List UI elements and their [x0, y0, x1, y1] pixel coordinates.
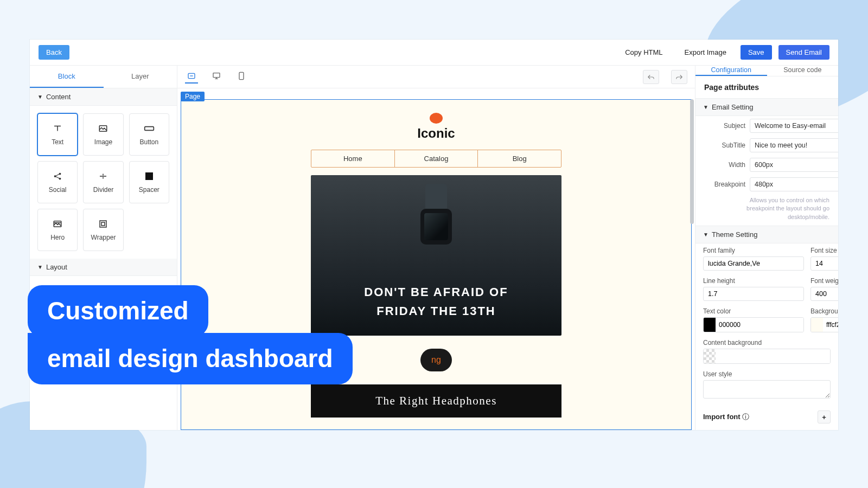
import-font-label: Import font ⓘ: [703, 412, 749, 422]
text-color-label: Text color: [703, 307, 804, 315]
text-color-swatch[interactable]: [704, 318, 716, 332]
redo-button[interactable]: [671, 70, 687, 84]
content-bg-swatch[interactable]: [704, 349, 716, 363]
block-text[interactable]: Text: [37, 113, 78, 156]
text-color-input[interactable]: [716, 318, 803, 332]
block-wrapper[interactable]: Wrapper: [83, 209, 123, 251]
copy-html-button[interactable]: Copy HTML: [617, 45, 670, 60]
breakpoint-label: Breakpoint: [703, 181, 745, 188]
undo-button[interactable]: [643, 70, 659, 84]
section-layout[interactable]: ▼ Layout: [30, 259, 177, 276]
block-label: Wrapper: [91, 234, 116, 241]
logo-icon: [430, 113, 443, 124]
logo-text: Iconic: [311, 126, 561, 141]
width-input[interactable]: [750, 158, 838, 172]
overlay-caption-1: Customized: [28, 285, 208, 337]
right-panel: Configuration Source code Page attribute…: [695, 66, 838, 430]
page-attributes-title: Page attributes: [695, 76, 838, 98]
divider-icon: [98, 171, 108, 182]
background-label: Background: [810, 307, 838, 315]
user-style-label: User style: [703, 370, 831, 378]
hero-text: Don't be afraid of Friday the 13th: [364, 282, 508, 320]
tab-configuration[interactable]: Configuration: [695, 66, 767, 76]
block-button[interactable]: Button: [129, 113, 169, 156]
device-bar: [177, 66, 695, 88]
subject-input[interactable]: [750, 119, 838, 133]
user-style-input[interactable]: [703, 380, 831, 399]
block-hero[interactable]: Hero: [37, 209, 78, 251]
caret-down-icon: ▼: [703, 232, 709, 237]
section-label: Content: [46, 93, 71, 101]
section-label: Layout: [46, 263, 67, 271]
subtitle-input[interactable]: [750, 138, 838, 152]
block-label: Text: [52, 138, 63, 146]
block-label: Social: [49, 186, 67, 194]
block-label: Button: [139, 138, 158, 146]
font-family-label: Font family: [703, 247, 804, 254]
svg-rect-8: [101, 222, 105, 226]
email-logo: Iconic: [311, 107, 561, 144]
block-divider[interactable]: Divider: [83, 161, 123, 203]
line-height-input[interactable]: [703, 287, 804, 301]
line-height-label: Line height: [703, 277, 804, 285]
tab-source-code[interactable]: Source code: [767, 66, 839, 76]
block-label: Spacer: [139, 186, 159, 194]
social-icon: [52, 171, 63, 182]
tab-layer[interactable]: Layer: [104, 66, 177, 88]
device-desktop-icon[interactable]: [210, 70, 223, 84]
send-email-button[interactable]: Send Email: [778, 45, 829, 60]
group-email-setting[interactable]: ▼ Email Setting: [695, 98, 838, 116]
button-icon: [144, 123, 155, 134]
nav-home[interactable]: Home: [311, 150, 395, 167]
svg-point-3: [59, 173, 61, 175]
add-font-button[interactable]: +: [818, 410, 831, 423]
cta-button[interactable]: ng: [420, 349, 452, 371]
svg-point-2: [54, 175, 56, 177]
breakpoint-input[interactable]: [750, 177, 838, 191]
subtitle-label: SubTitle: [703, 142, 745, 149]
font-weight-input[interactable]: [810, 287, 838, 301]
text-icon: [52, 123, 63, 134]
font-size-label: Font size (px): [810, 247, 838, 254]
device-edit-icon[interactable]: [185, 70, 198, 84]
caret-down-icon: ▼: [37, 94, 43, 100]
group-theme-setting[interactable]: ▼ Theme Setting: [695, 226, 838, 243]
image-icon: [98, 123, 108, 134]
email-nav: Home Catalog Blog: [311, 150, 561, 168]
svg-point-4: [59, 178, 61, 180]
font-size-input[interactable]: [810, 256, 838, 271]
content-bg-input[interactable]: [716, 349, 830, 363]
scrollbar[interactable]: [690, 99, 694, 224]
width-label: Width: [703, 161, 745, 169]
nav-catalog[interactable]: Catalog: [395, 150, 478, 167]
background-swatch[interactable]: [811, 318, 823, 332]
svg-rect-1: [144, 127, 154, 131]
subject-label: Subject: [703, 122, 745, 130]
email-hero[interactable]: Don't be afraid of Friday the 13th: [311, 175, 561, 336]
watch-image: [420, 184, 452, 245]
block-social[interactable]: Social: [37, 161, 78, 203]
info-icon: ⓘ: [742, 413, 749, 421]
block-spacer[interactable]: Spacer: [129, 161, 169, 203]
tab-block[interactable]: Block: [30, 66, 104, 88]
block-image[interactable]: Image: [83, 113, 123, 156]
block-label: Hero: [50, 234, 65, 241]
export-image-button[interactable]: Export Image: [677, 45, 734, 60]
section-content[interactable]: ▼ Content: [30, 88, 177, 106]
font-family-input[interactable]: [703, 256, 804, 271]
block-label: Image: [94, 138, 112, 146]
breakpoint-hint: Allows you to control on which breakpoin…: [695, 194, 838, 226]
block-label: Divider: [93, 186, 113, 194]
caret-down-icon: ▼: [37, 264, 43, 270]
save-button[interactable]: Save: [741, 45, 772, 60]
device-mobile-icon[interactable]: [235, 70, 248, 84]
caret-down-icon: ▼: [703, 104, 709, 110]
nav-blog[interactable]: Blog: [478, 150, 561, 167]
font-weight-label: Font weight: [810, 277, 838, 285]
headphones-banner[interactable]: The Right Headphones: [311, 384, 561, 418]
background-input[interactable]: [823, 318, 838, 332]
back-button[interactable]: Back: [39, 45, 69, 60]
svg-rect-7: [100, 221, 106, 227]
spacer-icon: [144, 171, 155, 182]
overlay-caption-2: email design dashboard: [28, 333, 353, 384]
